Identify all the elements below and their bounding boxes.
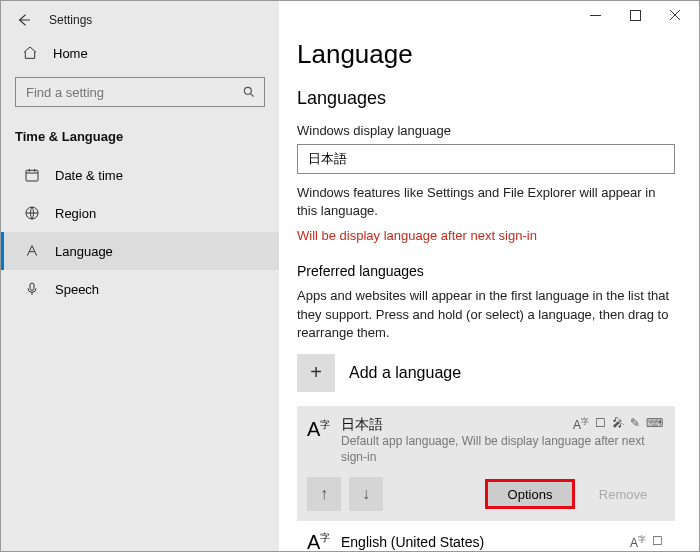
badge-keyboard-icon: ⌨︎ bbox=[646, 416, 663, 432]
home-icon bbox=[21, 45, 39, 61]
language-char-icon: A字 bbox=[307, 416, 341, 441]
globe-icon bbox=[23, 205, 41, 221]
sidebar-item-speech[interactable]: Speech bbox=[1, 270, 279, 308]
language-card-english[interactable]: A字 English (United States) A字 ☐ bbox=[297, 521, 675, 551]
svg-rect-3 bbox=[30, 283, 34, 290]
display-language-label: Windows display language bbox=[297, 123, 675, 138]
add-language-button[interactable]: + Add a language bbox=[297, 354, 675, 392]
main-panel: Language Languages Windows display langu… bbox=[279, 1, 699, 551]
move-down-button[interactable]: ↓ bbox=[349, 477, 383, 511]
badge-speech-icon: 🎤︎ bbox=[612, 416, 624, 432]
preferred-languages-title: Preferred languages bbox=[297, 263, 675, 279]
badge-display-icon: ☐ bbox=[652, 534, 663, 550]
badge-letter-icon: A字 bbox=[573, 416, 589, 432]
options-button[interactable]: Options bbox=[485, 479, 575, 509]
badge-handwriting-icon: ✎ bbox=[630, 416, 640, 432]
sidebar-item-label: Language bbox=[55, 244, 113, 259]
sidebar-item-region[interactable]: Region bbox=[1, 194, 279, 232]
window-title: Settings bbox=[49, 13, 92, 27]
sidebar-category-title: Time & Language bbox=[1, 121, 279, 156]
sidebar-home-label: Home bbox=[53, 46, 88, 61]
window-minimize-button[interactable] bbox=[575, 1, 615, 29]
search-input-wrap[interactable] bbox=[15, 77, 265, 107]
sidebar-item-label: Region bbox=[55, 206, 96, 221]
sidebar-item-language[interactable]: Language bbox=[1, 232, 279, 270]
language-name: English (United States) bbox=[341, 534, 484, 550]
sidebar-home[interactable]: Home bbox=[1, 37, 279, 69]
svg-rect-4 bbox=[630, 10, 640, 20]
search-icon bbox=[242, 85, 256, 99]
search-input[interactable] bbox=[16, 85, 264, 100]
add-language-label: Add a language bbox=[349, 364, 461, 382]
remove-button: Remove bbox=[583, 479, 663, 509]
back-button[interactable] bbox=[15, 11, 33, 29]
display-language-warning: Will be display language after next sign… bbox=[297, 228, 675, 243]
language-char-icon: A字 bbox=[307, 529, 341, 551]
window-close-button[interactable] bbox=[655, 1, 695, 29]
svg-point-0 bbox=[244, 87, 251, 94]
svg-rect-1 bbox=[26, 170, 38, 181]
badge-letter-icon: A字 bbox=[630, 534, 646, 550]
display-language-desc: Windows features like Settings and File … bbox=[297, 184, 675, 220]
display-language-dropdown[interactable]: 日本語 bbox=[297, 144, 675, 174]
preferred-languages-desc: Apps and websites will appear in the fir… bbox=[297, 287, 675, 342]
move-up-button[interactable]: ↑ bbox=[307, 477, 341, 511]
page-title: Language bbox=[297, 39, 675, 70]
sidebar-item-label: Speech bbox=[55, 282, 99, 297]
language-card-selected[interactable]: A字 日本語 Default app language, Will be dis… bbox=[297, 406, 675, 521]
badge-display-icon: ☐ bbox=[595, 416, 606, 432]
sidebar-item-date-time[interactable]: Date & time bbox=[1, 156, 279, 194]
section-languages-title: Languages bbox=[297, 88, 675, 109]
window-maximize-button[interactable] bbox=[615, 1, 655, 29]
language-feature-badges: A字 ☐ 🎤︎ ✎ ⌨︎ bbox=[573, 416, 663, 432]
language-feature-badges: A字 ☐ bbox=[630, 534, 663, 550]
language-a-icon bbox=[23, 243, 41, 259]
sidebar-item-label: Date & time bbox=[55, 168, 123, 183]
language-subtitle: Default app language, Will be display la… bbox=[341, 434, 663, 465]
titlebar bbox=[279, 1, 699, 29]
display-language-value: 日本語 bbox=[308, 150, 347, 168]
calendar-icon bbox=[23, 167, 41, 183]
mic-icon bbox=[23, 281, 41, 297]
plus-icon: + bbox=[297, 354, 335, 392]
sidebar: Settings Home Time & Language Date & tim… bbox=[1, 1, 279, 551]
